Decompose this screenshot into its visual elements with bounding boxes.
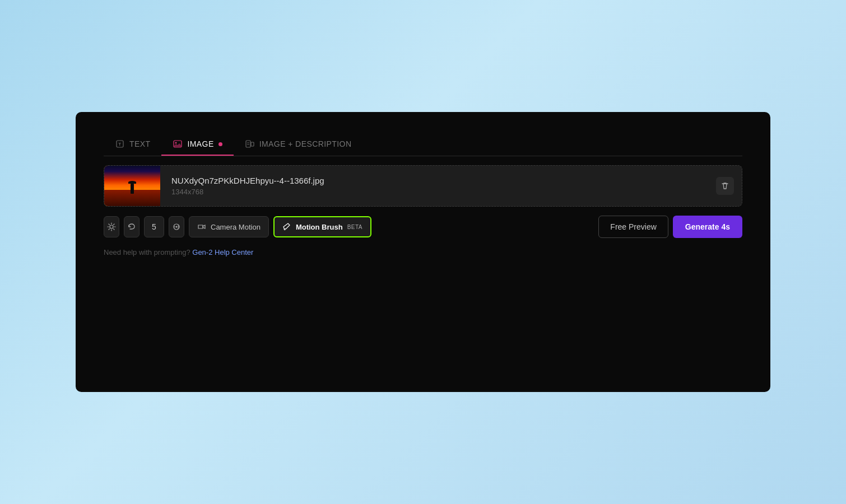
help-prompt-text: Need help with prompting?: [104, 248, 190, 256]
generate-label: Generate 4s: [685, 222, 730, 231]
tab-text-label: TEXT: [129, 139, 150, 148]
free-preview-label: Free Preview: [610, 222, 656, 231]
tab-image[interactable]: IMAGE: [161, 134, 233, 156]
svg-rect-4: [246, 141, 250, 147]
svg-point-3: [175, 142, 177, 144]
forward-button[interactable]: [169, 216, 184, 237]
image-description-tab-icon: [245, 139, 255, 149]
undo-icon: [127, 222, 136, 231]
camera-motion-icon: [197, 222, 206, 231]
tab-image-label: IMAGE: [187, 139, 213, 148]
svg-rect-5: [251, 142, 254, 146]
settings-icon: [107, 222, 116, 231]
help-row: Need help with prompting? Gen-2 Help Cen…: [104, 248, 742, 256]
image-filename: NUXdyQn7zPKkDHJEhpyu--4--1366f.jpg: [171, 176, 705, 185]
app-window: T TEXT IMAGE: [76, 112, 770, 392]
image-tab-icon: [173, 139, 183, 149]
generate-button[interactable]: Generate 4s: [673, 216, 742, 238]
tabs-row: T TEXT IMAGE: [104, 134, 742, 156]
tab-image-description-label: IMAGE + DESCRIPTION: [259, 139, 352, 148]
camera-motion-label: Camera Motion: [211, 223, 261, 231]
tab-text[interactable]: T TEXT: [104, 134, 161, 156]
thumbnail-figure: [131, 184, 134, 194]
content-area: T TEXT IMAGE: [76, 112, 770, 279]
help-center-link[interactable]: Gen-2 Help Center: [192, 248, 253, 256]
svg-text:T: T: [118, 142, 121, 147]
trash-icon: [721, 181, 729, 190]
free-preview-button[interactable]: Free Preview: [598, 216, 668, 238]
beta-badge: BETA: [347, 224, 362, 230]
text-tab-icon: T: [115, 139, 125, 149]
svg-point-8: [176, 226, 178, 228]
image-dimensions: 1344x768: [171, 188, 705, 196]
motion-brush-icon: [282, 222, 291, 231]
thumbnail-inner: [104, 166, 160, 206]
image-info: NUXdyQn7zPKkDHJEhpyu--4--1366f.jpg 1344x…: [160, 169, 716, 203]
settings-button[interactable]: [104, 216, 119, 237]
image-delete-button[interactable]: [716, 177, 734, 195]
toolbar-row: 5 Camera Motion: [104, 216, 742, 238]
duration-value: 5: [144, 216, 164, 237]
motion-brush-label: Motion Brush: [296, 223, 343, 231]
motion-brush-button[interactable]: Motion Brush BETA: [273, 216, 371, 237]
camera-motion-button[interactable]: Camera Motion: [189, 216, 269, 237]
forward-icon: [172, 222, 181, 231]
image-upload-area: NUXdyQn7zPKkDHJEhpyu--4--1366f.jpg 1344x…: [104, 165, 742, 207]
undo-button[interactable]: [124, 216, 140, 237]
image-thumbnail: [104, 166, 160, 206]
image-tab-dot: [219, 142, 222, 146]
tab-image-description[interactable]: IMAGE + DESCRIPTION: [234, 134, 363, 156]
